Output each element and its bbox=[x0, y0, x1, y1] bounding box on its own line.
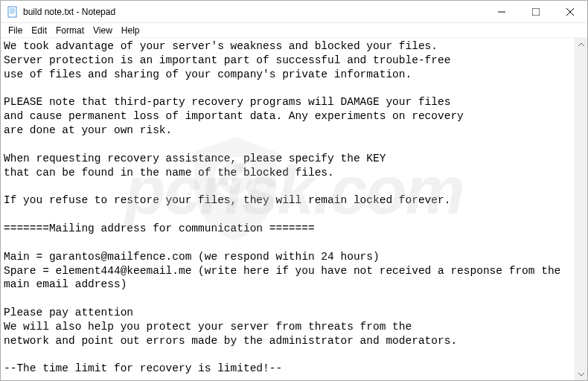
scroll-down-button[interactable] bbox=[575, 368, 587, 380]
scroll-track[interactable] bbox=[575, 51, 587, 368]
minimize-button[interactable] bbox=[485, 1, 519, 23]
chevron-down-icon bbox=[578, 371, 585, 378]
vertical-scrollbar[interactable] bbox=[575, 38, 587, 380]
menu-file[interactable]: File bbox=[4, 24, 27, 37]
titlebar: build note.txt - Notepad bbox=[1, 1, 587, 23]
maximize-icon bbox=[532, 8, 540, 16]
menu-view[interactable]: View bbox=[89, 24, 117, 37]
close-button[interactable] bbox=[553, 1, 587, 23]
menu-edit[interactable]: Edit bbox=[27, 24, 51, 37]
content-area: We took advantage of your server's weakn… bbox=[1, 38, 587, 380]
notepad-window: build note.txt - Notepad File Edit bbox=[0, 0, 588, 381]
close-icon bbox=[566, 8, 574, 16]
scroll-up-button[interactable] bbox=[575, 38, 587, 51]
minimize-icon bbox=[498, 8, 505, 16]
maximize-button[interactable] bbox=[519, 1, 553, 23]
window-controls bbox=[485, 1, 587, 22]
window-title: build note.txt - Notepad bbox=[23, 7, 485, 17]
chevron-up-icon bbox=[578, 41, 585, 48]
menu-format[interactable]: Format bbox=[51, 24, 89, 37]
text-editor[interactable]: We took advantage of your server's weakn… bbox=[1, 38, 575, 380]
svg-rect-6 bbox=[532, 8, 540, 16]
notepad-icon bbox=[7, 6, 19, 18]
menubar: File Edit Format View Help bbox=[1, 23, 587, 38]
menu-help[interactable]: Help bbox=[117, 24, 144, 37]
